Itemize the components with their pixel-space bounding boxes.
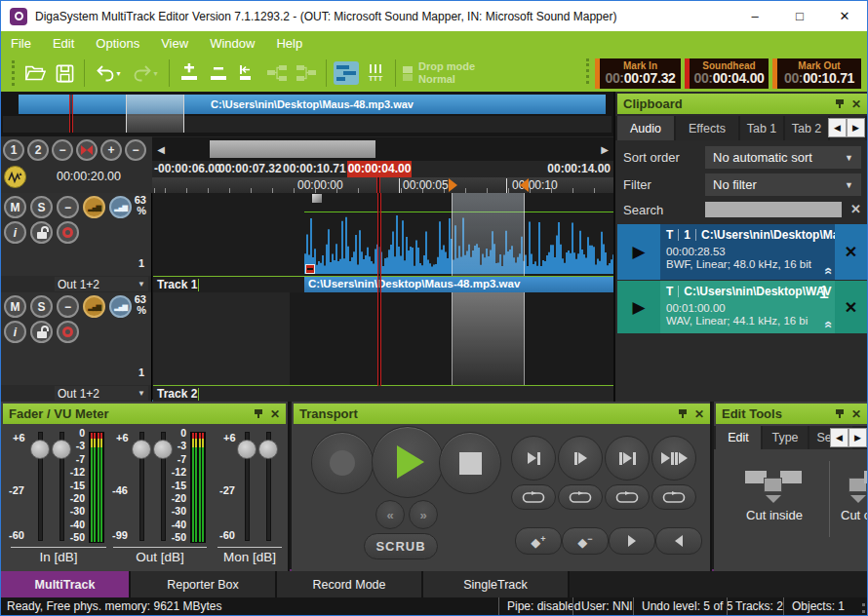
nudge-back-button[interactable]: « — [375, 500, 405, 529]
meter-display-button[interactable]: ▂▄▆ — [109, 295, 132, 318]
mark-out-display[interactable]: Mark Out 00:00:10.71 — [772, 58, 861, 89]
scroll-right-arrow-icon[interactable]: ▶ — [598, 141, 612, 157]
scroll-left-arrow-icon[interactable]: ◀ — [154, 141, 168, 157]
mark-in-display[interactable]: Mark In 00:00:07.32 — [595, 58, 681, 89]
tab-2[interactable]: Tab 2 — [785, 116, 828, 140]
undo-dropdown-caret[interactable]: ▾ — [116, 69, 120, 78]
close-button[interactable]: ✕ — [822, 1, 867, 31]
zoom-out-button[interactable]: − — [125, 139, 146, 161]
track-text-view-button[interactable]: TTT — [361, 59, 390, 87]
pin-icon[interactable] — [679, 409, 687, 418]
tab-1[interactable]: Tab 1 — [740, 116, 783, 140]
clip-handle[interactable] — [312, 194, 322, 203]
time-ruler[interactable]: 00:00:00 00:00:05 00:00:10 — [152, 177, 613, 193]
meter-display-button[interactable]: ▂▄▆ — [109, 196, 132, 218]
fader-knob[interactable] — [237, 440, 256, 459]
tab-scroll-left-icon[interactable]: ◀ — [830, 428, 848, 447]
track-size-1-button[interactable]: 1 — [3, 139, 24, 161]
edit-tools-header[interactable]: Edit Tools ✕ — [716, 404, 867, 424]
overview-playhead[interactable] — [69, 95, 73, 133]
output-select[interactable]: Out 1+2▼ — [55, 277, 148, 291]
next-marker-button[interactable] — [609, 527, 655, 555]
solo-button[interactable]: S — [30, 196, 53, 218]
tab-singletrack[interactable]: SingleTrack — [423, 571, 570, 597]
redo-dropdown-caret[interactable]: ▾ — [153, 69, 157, 78]
menu-help[interactable]: Help — [276, 36, 302, 51]
menu-file[interactable]: File — [11, 36, 31, 51]
item-delete-button[interactable]: ✕ — [835, 224, 867, 280]
menu-view[interactable]: View — [161, 36, 188, 51]
open-file-button[interactable] — [20, 59, 50, 87]
fader-knob[interactable] — [258, 440, 278, 459]
info-button[interactable]: i — [4, 221, 26, 244]
arrange-view-button[interactable] — [332, 59, 361, 87]
collapse-item-icon[interactable]: » — [819, 267, 835, 275]
output-select[interactable]: Out 1+2▼ — [55, 386, 148, 401]
loop-selection-button[interactable] — [605, 484, 650, 510]
lock-button[interactable] — [30, 221, 53, 244]
loop-over-cut-button[interactable] — [651, 484, 696, 510]
mute-button[interactable]: M — [4, 295, 26, 318]
pin-icon[interactable] — [255, 409, 262, 418]
undo-button[interactable]: ▾ — [90, 59, 127, 87]
track-playhead[interactable] — [377, 193, 381, 292]
zoom-in-button[interactable]: + — [100, 139, 122, 161]
menu-edit[interactable]: Edit — [53, 36, 74, 51]
timeline-scrollbar[interactable]: ◀ ▶ — [152, 137, 613, 161]
item-play-button[interactable]: ▶ — [617, 281, 660, 333]
remove-marker-button[interactable]: ◆− — [562, 527, 609, 555]
tab-multitrack[interactable]: MultiTrack — [1, 571, 131, 597]
close-panel-icon[interactable]: ✕ — [851, 98, 861, 110]
sort-order-select[interactable]: No automatic sort▼ — [705, 146, 861, 169]
shrink-tracks-button[interactable]: − — [52, 139, 73, 161]
menu-window[interactable]: Window — [210, 36, 255, 51]
clipboard-item-1[interactable]: ▶ T 1 C:\Users\nin\Desktop\Mau 00:00:28.… — [617, 224, 867, 280]
transport-header[interactable]: Transport ✕ — [294, 404, 710, 424]
track-2-content[interactable] — [153, 292, 613, 385]
save-button[interactable] — [50, 59, 79, 87]
pin-icon[interactable] — [836, 409, 844, 418]
add-marker-button[interactable]: ◆+ — [515, 527, 562, 555]
selection-region[interactable] — [452, 292, 525, 385]
collapse-track-button[interactable]: − — [57, 295, 79, 318]
track-size-2-button[interactable]: 2 — [27, 139, 49, 161]
ungroup-objects-button[interactable] — [292, 59, 321, 87]
play-selection-button[interactable] — [605, 436, 650, 481]
ruler-soundhead-line[interactable] — [376, 177, 380, 193]
tab-record-mode[interactable]: Record Mode — [277, 571, 423, 597]
close-panel-icon[interactable]: ✕ — [270, 408, 280, 420]
pin-icon[interactable] — [836, 99, 844, 108]
track-1-content[interactable] — [153, 193, 613, 276]
cut-outside-tool[interactable]: Cut o — [841, 471, 867, 525]
item-delete-button[interactable]: ✕ — [835, 281, 867, 333]
collapse-item-icon[interactable]: » — [819, 321, 835, 328]
add-track-button[interactable] — [175, 59, 204, 87]
drop-mode-control[interactable]: Drop mode Normal — [403, 60, 475, 86]
record-arm-button[interactable] — [57, 221, 79, 244]
zoom-to-selection-button[interactable] — [76, 139, 98, 161]
tab-audio[interactable]: Audio — [617, 116, 674, 140]
record-button[interactable] — [311, 432, 374, 494]
nudge-forward-button[interactable]: » — [409, 500, 438, 529]
solo-button[interactable]: S — [30, 295, 53, 318]
play-over-cut-button[interactable] — [651, 436, 696, 481]
track-playhead[interactable] — [377, 292, 381, 386]
tab-scroll-right-icon[interactable]: ▶ — [847, 118, 865, 137]
redo-button[interactable]: ▾ — [127, 59, 164, 87]
clipboard-item-2[interactable]: ▶ T C:\Users\nin\Desktop\WAV 00:01:00.00… — [617, 281, 867, 333]
tab-edit[interactable]: Edit — [716, 426, 761, 449]
minimize-button[interactable]: – — [732, 1, 777, 31]
fader-knob[interactable] — [132, 440, 151, 459]
scrub-button[interactable]: SCRUB — [364, 533, 438, 559]
tab-reporter-box[interactable]: Reporter Box — [131, 571, 277, 597]
soundhead-display[interactable]: Soundhead 00:00:04.00 — [685, 58, 769, 89]
remove-track-button[interactable] — [204, 59, 233, 87]
info-button[interactable]: i — [4, 321, 26, 343]
loop-to-mark-button[interactable] — [511, 484, 556, 510]
play-from-mark-button[interactable] — [558, 436, 603, 481]
tab-effects[interactable]: Effects — [676, 116, 738, 140]
lock-button[interactable] — [30, 321, 53, 343]
mute-button[interactable]: M — [4, 196, 26, 218]
volume-curve-button[interactable]: ▂▄▆ — [83, 196, 105, 218]
clip-title-bar[interactable]: C:\Users\nin\Desktop\Maus-48.mp3.wav — [304, 277, 613, 292]
